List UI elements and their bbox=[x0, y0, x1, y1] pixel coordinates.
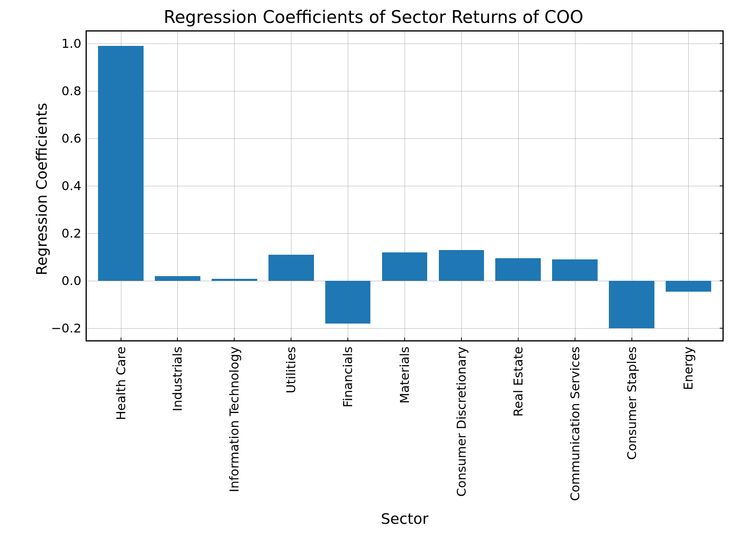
ytick-mark bbox=[720, 91, 724, 91]
xtick-mark bbox=[518, 338, 519, 341]
xtick-mark bbox=[631, 338, 632, 341]
ytick-label: 0.0 bbox=[61, 273, 87, 288]
bar bbox=[552, 259, 598, 281]
xtick-mark bbox=[347, 338, 348, 341]
chart-figure: Regression Coefficients of Sector Return… bbox=[0, 0, 747, 560]
xtick-label: Financials bbox=[340, 346, 355, 408]
bar bbox=[439, 250, 484, 281]
xtick-label: Real Estate bbox=[511, 346, 526, 416]
ytick-mark bbox=[720, 43, 724, 44]
ytick-label: −0.2 bbox=[51, 321, 87, 336]
bar bbox=[212, 279, 257, 281]
bar bbox=[155, 276, 200, 281]
xtick-label: Consumer Discretionary bbox=[454, 346, 469, 497]
gridline-v bbox=[575, 32, 575, 340]
bar bbox=[325, 281, 371, 324]
xtick-label: Utilities bbox=[284, 346, 298, 393]
xtick-mark bbox=[404, 338, 405, 341]
ytick-mark bbox=[720, 280, 724, 281]
xtick-label: Industrials bbox=[170, 346, 185, 411]
xtick-label: Information Technology bbox=[227, 346, 242, 492]
xtick-mark bbox=[461, 338, 462, 341]
plot-area: −0.20.00.20.40.60.81.0Health CareIndustr… bbox=[86, 30, 724, 341]
xtick-mark bbox=[121, 338, 121, 341]
xtick-mark bbox=[291, 338, 291, 341]
ytick-label: 0.2 bbox=[61, 226, 87, 241]
xtick-label: Materials bbox=[397, 346, 412, 404]
bar bbox=[609, 281, 654, 328]
bar bbox=[382, 252, 428, 281]
gridline-v bbox=[688, 32, 689, 340]
gridline-v bbox=[177, 32, 178, 340]
xtick-label: Health Care bbox=[114, 346, 128, 420]
ytick-label: 0.6 bbox=[61, 131, 87, 146]
x-axis-label: Sector bbox=[86, 510, 724, 527]
gridline-v bbox=[405, 32, 405, 340]
xtick-mark bbox=[688, 338, 689, 341]
ytick-label: 1.0 bbox=[61, 36, 87, 51]
ytick-mark bbox=[720, 138, 724, 139]
ytick-mark bbox=[720, 233, 724, 234]
chart-title: Regression Coefficients of Sector Return… bbox=[0, 7, 747, 27]
xtick-label: Energy bbox=[681, 346, 696, 390]
xtick-mark bbox=[575, 338, 575, 341]
ytick-mark bbox=[720, 186, 724, 186]
ytick-mark bbox=[720, 328, 724, 329]
bar bbox=[666, 281, 711, 291]
bar bbox=[98, 46, 144, 281]
gridline-v bbox=[234, 32, 235, 340]
ytick-label: 0.8 bbox=[61, 84, 87, 98]
gridline-v bbox=[291, 32, 291, 340]
bar bbox=[268, 255, 314, 281]
ytick-label: 0.4 bbox=[61, 178, 87, 193]
bar bbox=[495, 258, 541, 281]
xtick-mark bbox=[234, 338, 235, 341]
y-axis-label: Regression Coefficients bbox=[33, 103, 50, 275]
xtick-label: Communication Services bbox=[568, 346, 582, 501]
xtick-label: Consumer Staples bbox=[624, 346, 639, 460]
gridline-v bbox=[461, 32, 462, 340]
gridline-v bbox=[518, 32, 519, 340]
xtick-mark bbox=[177, 338, 178, 341]
